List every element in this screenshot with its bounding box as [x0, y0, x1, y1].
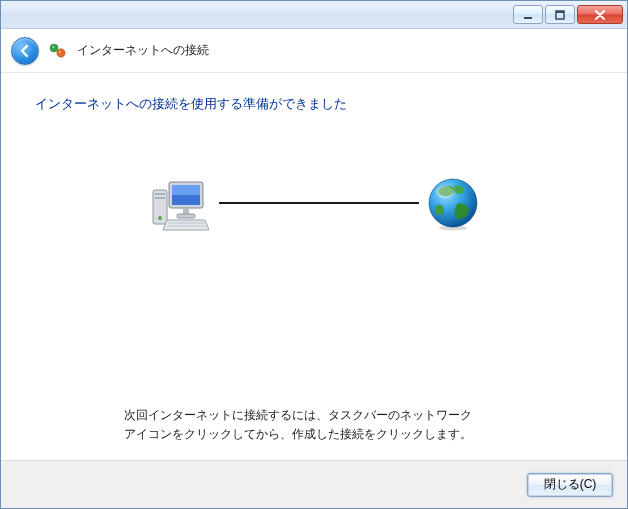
page-heading: インターネットへの接続を使用する準備ができました — [35, 95, 599, 113]
connection-illustration — [29, 163, 599, 243]
svg-rect-14 — [183, 208, 189, 214]
back-arrow-icon — [18, 44, 32, 58]
window-controls — [513, 5, 625, 24]
svg-rect-13 — [172, 185, 200, 195]
wizard-content: インターネットへの接続を使用する準備ができました — [1, 73, 627, 460]
svg-rect-0 — [524, 17, 532, 19]
wizard-title: インターネットへの接続 — [77, 42, 209, 59]
svg-rect-15 — [177, 214, 195, 218]
instruction-line-1: 次回インターネットに接続するには、タスクバーのネットワーク — [124, 406, 504, 425]
svg-point-4 — [57, 48, 65, 56]
svg-point-10 — [158, 216, 162, 220]
instruction-line-2: アイコンをクリックしてから、作成した接続をクリックします。 — [124, 425, 504, 444]
minimize-button[interactable] — [513, 5, 543, 24]
svg-point-3 — [50, 44, 58, 52]
svg-point-5 — [52, 46, 54, 48]
close-button[interactable] — [577, 5, 623, 24]
close-wizard-button[interactable]: 閉じる(C) — [527, 473, 613, 497]
svg-point-19 — [436, 186, 454, 198]
connection-line — [219, 202, 419, 204]
globe-icon — [425, 175, 481, 231]
maximize-button[interactable] — [545, 5, 575, 24]
wizard-footer: 閉じる(C) — [1, 460, 627, 508]
wizard-header: インターネットへの接続 — [1, 29, 627, 73]
svg-rect-9 — [155, 197, 165, 199]
svg-rect-8 — [155, 193, 165, 195]
minimize-icon — [523, 10, 533, 20]
computer-icon — [147, 170, 213, 236]
close-icon — [594, 10, 606, 20]
wizard-window: インターネットへの接続 インターネットへの接続を使用する準備ができました — [0, 0, 628, 509]
instruction-text: 次回インターネットに接続するには、タスクバーのネットワーク アイコンをクリックし… — [124, 406, 504, 444]
svg-point-20 — [439, 226, 467, 231]
maximize-icon — [555, 10, 565, 20]
network-wizard-icon — [49, 42, 67, 60]
back-button[interactable] — [11, 37, 39, 65]
svg-point-18 — [429, 179, 477, 227]
titlebar — [1, 1, 627, 29]
svg-point-6 — [59, 51, 61, 53]
svg-rect-2 — [556, 11, 564, 13]
